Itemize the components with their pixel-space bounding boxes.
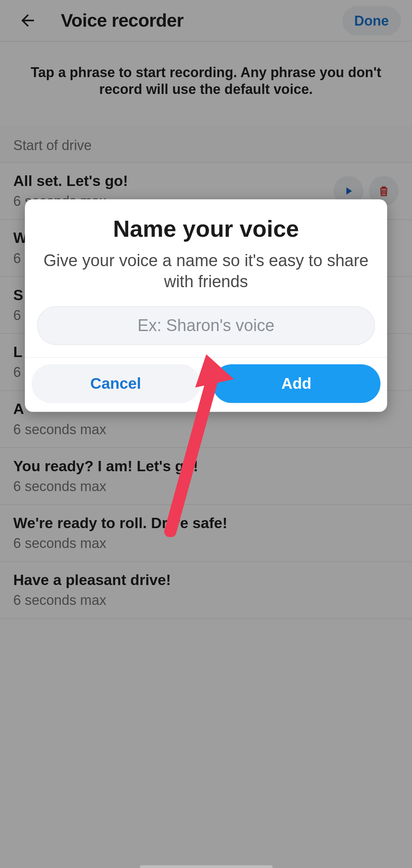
modal-title: Name your voice <box>37 216 375 242</box>
voice-name-input[interactable] <box>37 306 375 345</box>
cancel-button[interactable]: Cancel <box>31 364 200 403</box>
gesture-bar <box>140 865 272 868</box>
modal-subtitle: Give your voice a name so it's easy to s… <box>37 250 375 292</box>
name-voice-modal: Name your voice Give your voice a name s… <box>25 199 387 412</box>
add-button[interactable]: Add <box>212 364 381 403</box>
modal-scrim[interactable]: Name your voice Give your voice a name s… <box>0 0 412 868</box>
